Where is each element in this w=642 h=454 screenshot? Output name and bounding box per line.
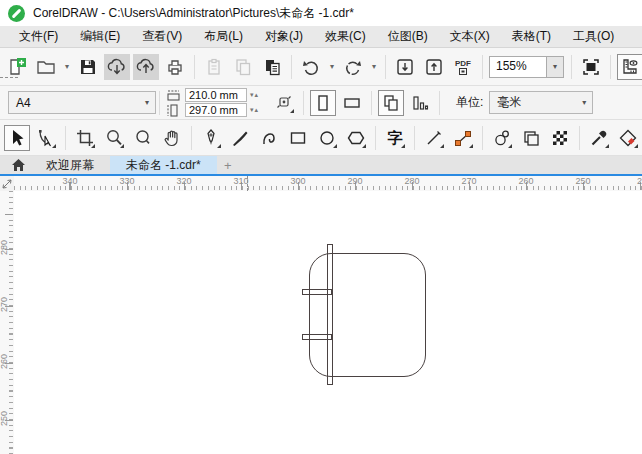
- artistic-media-tool[interactable]: [227, 125, 253, 151]
- interactive-fill-tool[interactable]: [615, 125, 641, 151]
- zoom-dropdown-icon[interactable]: [546, 57, 563, 77]
- copy-icon: [233, 57, 253, 77]
- hruler-label: 320: [176, 176, 191, 186]
- zoom-tool[interactable]: [101, 125, 127, 151]
- portrait-orientation-button[interactable]: [310, 90, 336, 116]
- undo-button[interactable]: [298, 54, 324, 80]
- pan-tool[interactable]: [159, 125, 185, 151]
- horizontal-bar-shape-1[interactable]: [302, 289, 332, 295]
- save-icon: [78, 57, 98, 77]
- page-size-combo[interactable]: A4: [8, 91, 156, 114]
- horizontal-bar-shape-2[interactable]: [302, 334, 332, 340]
- drop-shadow-tool[interactable]: [518, 125, 544, 151]
- undo-dropdown-icon[interactable]: [327, 54, 337, 80]
- connector-tool[interactable]: [450, 125, 476, 151]
- polygon-tool[interactable]: [343, 125, 369, 151]
- hruler-major-ticks: [14, 182, 642, 190]
- new-tab-button[interactable]: +: [217, 158, 239, 173]
- publish-pdf-button[interactable]: PDF: [450, 54, 476, 80]
- hruler-cursor-marker: [247, 176, 248, 191]
- freehand-curve-tool[interactable]: [256, 125, 282, 151]
- units-label: 单位:: [456, 94, 483, 111]
- toolbar-separator: [291, 55, 292, 79]
- menu-effects[interactable]: 效果(C): [314, 26, 377, 47]
- page-height-spinner[interactable]: ▾▴: [250, 106, 259, 114]
- import-button[interactable]: [392, 54, 418, 80]
- transparency-tool[interactable]: [489, 125, 515, 151]
- property-bar: A4 ▾▴ ▾▴: [0, 86, 642, 120]
- open-dropdown-icon[interactable]: [62, 54, 72, 80]
- tab-welcome-screen[interactable]: 欢迎屏幕: [30, 156, 110, 174]
- nudge-offset-button[interactable]: [271, 90, 297, 116]
- zoom-secondary-tool[interactable]: [130, 125, 156, 151]
- menu-view[interactable]: 查看(V): [131, 26, 193, 47]
- home-icon: [11, 158, 26, 172]
- menu-tools[interactable]: 工具(O): [562, 26, 625, 47]
- all-pages-button[interactable]: [378, 90, 404, 116]
- straight-line-tool[interactable]: [421, 125, 447, 151]
- import-cloud-button[interactable]: [104, 54, 130, 80]
- text-tool[interactable]: 字: [382, 125, 408, 151]
- pen-tool[interactable]: [198, 125, 224, 151]
- curve-loop-icon: [259, 128, 279, 148]
- toolbox-separator: [482, 126, 483, 150]
- connector-tool-icon: [453, 128, 473, 148]
- paste-button-disabled: [201, 54, 227, 80]
- open-button[interactable]: [33, 54, 59, 80]
- pick-tool[interactable]: [4, 125, 30, 151]
- page-width-spinner[interactable]: ▾▴: [250, 91, 259, 99]
- current-page-button[interactable]: [407, 90, 433, 116]
- full-screen-preview-button[interactable]: [578, 54, 604, 80]
- portrait-icon: [313, 93, 333, 113]
- ruler-origin-corner[interactable]: [0, 176, 14, 191]
- redo-dropdown-icon[interactable]: [369, 54, 379, 80]
- zoom-level-combo[interactable]: 155%: [489, 56, 564, 78]
- color-eyedropper-tool[interactable]: [586, 125, 612, 151]
- ellipse-tool[interactable]: [314, 125, 340, 151]
- crop-tool[interactable]: [72, 125, 98, 151]
- menu-edit[interactable]: 编辑(E): [69, 26, 131, 47]
- units-combo[interactable]: 毫米: [489, 91, 593, 114]
- drawing-canvas[interactable]: [14, 191, 642, 454]
- rectangle-tool[interactable]: [285, 125, 311, 151]
- toolbox-separator: [414, 126, 415, 150]
- pattern-fill-tool[interactable]: [547, 125, 573, 151]
- vruler-cursor-marker: [0, 77, 18, 78]
- menu-table[interactable]: 表格(T): [501, 26, 562, 47]
- pdf-label: PDF: [455, 59, 471, 68]
- export-cloud-button[interactable]: [133, 54, 159, 80]
- zoom-level-value[interactable]: 155%: [490, 57, 546, 77]
- toolbar-separator: [385, 55, 386, 79]
- coreldraw-logo-icon: [8, 5, 25, 22]
- shape-tool[interactable]: [33, 125, 59, 151]
- redo-icon: [343, 57, 363, 77]
- page-width-field[interactable]: [185, 88, 247, 102]
- menu-text[interactable]: 文本(X): [439, 26, 501, 47]
- copy-button-disabled: [230, 54, 256, 80]
- full-screen-icon: [581, 57, 601, 77]
- new-document-button[interactable]: [4, 54, 30, 80]
- page-height-field[interactable]: [185, 103, 247, 117]
- toolbox-separator: [579, 126, 580, 150]
- vertical-bar-shape[interactable]: [327, 244, 333, 385]
- vruler-label: 260: [0, 355, 9, 369]
- menu-layout[interactable]: 布局(L): [193, 26, 254, 47]
- vruler-label: 280: [0, 241, 9, 255]
- save-button[interactable]: [75, 54, 101, 80]
- menu-object[interactable]: 对象(J): [254, 26, 314, 47]
- redo-button[interactable]: [340, 54, 366, 80]
- export-button[interactable]: [421, 54, 447, 80]
- paste-special-button[interactable]: [259, 54, 285, 80]
- units-value: 毫米: [490, 94, 576, 111]
- tab-document[interactable]: 未命名 -1.cdr*: [110, 156, 217, 174]
- home-tab-button[interactable]: [6, 156, 30, 174]
- units-dropdown-icon: [576, 98, 592, 107]
- print-button[interactable]: [162, 54, 188, 80]
- vertical-ruler[interactable]: 280 270 260 250: [0, 191, 14, 454]
- propbar-separator: [159, 91, 160, 115]
- menu-file[interactable]: 文件(F): [8, 26, 69, 47]
- menu-bitmaps[interactable]: 位图(B): [377, 26, 439, 47]
- toggle-rulers-button[interactable]: [617, 54, 642, 80]
- landscape-orientation-button[interactable]: [339, 90, 365, 116]
- horizontal-ruler[interactable]: 340 330 320 310 300 290 280 270 260 250 …: [14, 176, 642, 191]
